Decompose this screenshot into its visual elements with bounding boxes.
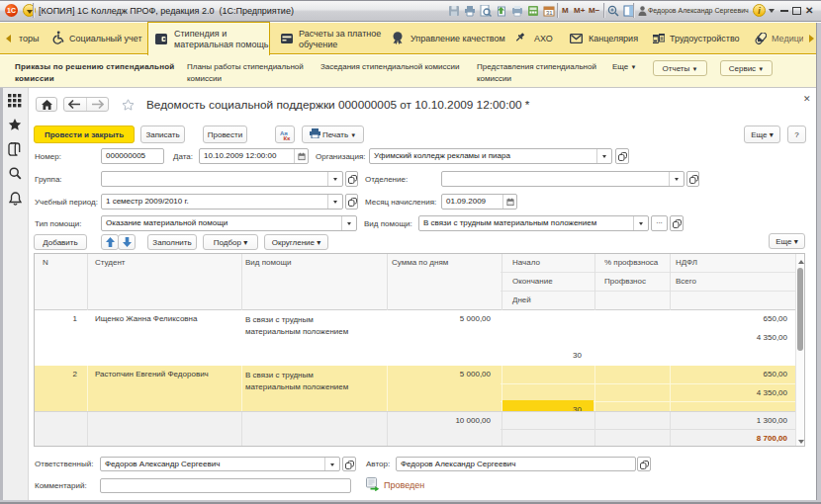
svg-text:Кк: Кк: [283, 135, 290, 141]
svg-text:31: 31: [546, 10, 553, 16]
